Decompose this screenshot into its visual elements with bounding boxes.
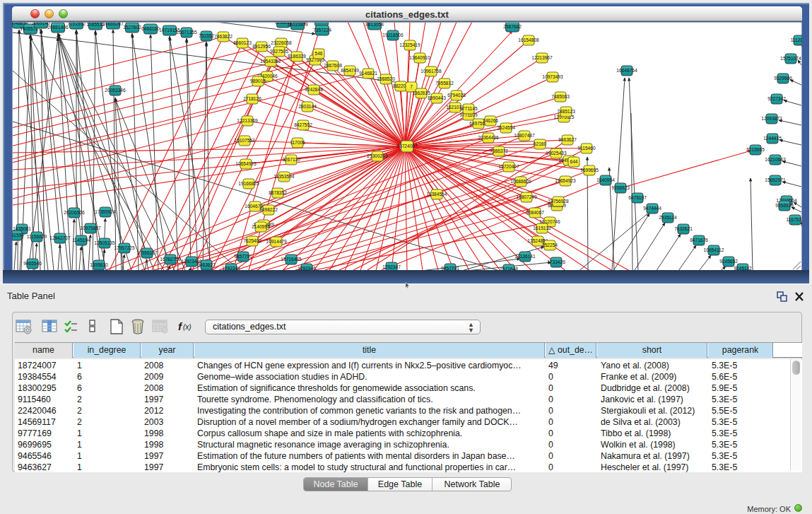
svg-text:(x): (x) bbox=[183, 323, 192, 331]
svg-text:f: f bbox=[178, 320, 183, 332]
